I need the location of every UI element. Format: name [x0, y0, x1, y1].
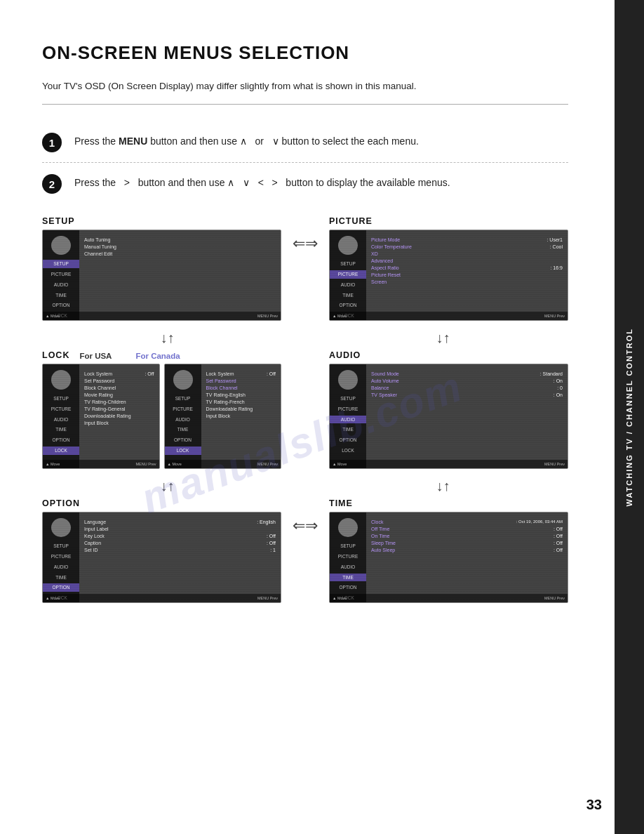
sidebar-picture-p: PICTURE: [330, 270, 366, 279]
sa-setup: SETUP: [330, 395, 366, 403]
menu-row: Channel Edit: [84, 250, 276, 257]
right-sidebar: WATCHING TV / CHANNEL CONTROL: [615, 0, 644, 834]
step-2-circle: 2: [42, 174, 62, 194]
s-lock: LOCK: [43, 446, 79, 455]
menu-row: Screen: [371, 278, 563, 285]
setup-label: SETUP: [42, 216, 281, 226]
st-setup: SETUP: [330, 542, 366, 550]
sidebar-time-p: TIME: [330, 291, 366, 300]
setup-menu-content: Auto Tuning Manual Tuning Channel Edit: [79, 230, 281, 320]
st-audio: AUDIO: [330, 563, 366, 571]
sidebar-setup-p: SETUP: [330, 260, 366, 268]
sa-audio: AUDIO: [330, 416, 366, 424]
screens-section: SETUP SETUP PICTURE AUDIO TIME OPTION LO…: [42, 216, 568, 603]
picture-label: PICTURE: [329, 216, 568, 226]
picture-menu-content: Picture Mode: User1 Color Temperature: C…: [366, 230, 568, 320]
sc-picture: PICTURE: [165, 405, 201, 413]
audio-menu-content: Sound Mode: Standard Auto Volume: On Bal…: [366, 364, 568, 468]
menu-row: Aspect Ratio: 16:9: [371, 264, 563, 271]
sidebar-label: WATCHING TV / CHANNEL CONTROL: [625, 328, 633, 506]
s-setup: SETUP: [43, 395, 79, 403]
lock-usa-screen: SETUP PICTURE AUDIO TIME OPTION LOCK Loc…: [42, 364, 160, 469]
section-divider: [42, 104, 568, 105]
st-option: OPTION: [330, 583, 366, 592]
menu-row: Picture Mode: User1: [371, 236, 563, 243]
time-menu-sidebar: SETUP PICTURE AUDIO TIME OPTION LOCK: [330, 512, 366, 602]
menu-row: XD: [371, 250, 563, 257]
setup-screen-block: SETUP SETUP PICTURE AUDIO TIME OPTION LO…: [42, 216, 281, 321]
time-label: TIME: [329, 498, 568, 508]
menu-key: MENU: [119, 135, 147, 147]
picture-menu-sidebar: SETUP PICTURE AUDIO TIME OPTION LOCK: [330, 230, 366, 320]
setup-menu-sidebar: SETUP PICTURE AUDIO TIME OPTION LOCK: [43, 230, 79, 320]
sa-picture: PICTURE: [330, 405, 366, 413]
row-lock-audio: LOCK For USA For Canada SETUP PICTURE: [42, 350, 568, 469]
audio-label: AUDIO: [329, 350, 568, 360]
vert-arrows-2: ↓↑ ↓↑: [42, 476, 568, 496]
horiz-arrow-2: [293, 350, 318, 381]
so-picture: PICTURE: [43, 552, 79, 561]
sc-time: TIME: [165, 425, 201, 434]
st-time: TIME: [330, 574, 366, 582]
time-screen-block: TIME SETUP PICTURE AUDIO TIME OPTION LOC…: [329, 498, 568, 603]
row-setup-picture: SETUP SETUP PICTURE AUDIO TIME OPTION LO…: [42, 216, 568, 321]
lock-canada-screen: SETUP PICTURE AUDIO TIME OPTION LOCK Loc…: [164, 364, 282, 469]
vert-arrows-1: ↓↑ ↓↑: [42, 328, 568, 348]
menu-row: Manual Tuning: [84, 243, 276, 250]
audio-screen: SETUP PICTURE AUDIO TIME OPTION LOCK Sou…: [329, 364, 568, 469]
sidebar-option: OPTION: [43, 301, 79, 310]
sidebar-audio-p: AUDIO: [330, 281, 366, 289]
lock-usa-sidebar: SETUP PICTURE AUDIO TIME OPTION LOCK: [43, 364, 79, 468]
option-menu-sidebar: SETUP PICTURE AUDIO TIME OPTION LOCK: [43, 512, 79, 602]
so-audio: AUDIO: [43, 563, 79, 571]
sidebar-time: TIME: [43, 291, 79, 300]
option-screen-block: OPTION SETUP PICTURE AUDIO TIME OPTION L…: [42, 498, 281, 603]
sa-lock: LOCK: [330, 446, 366, 455]
sidebar-option-p: OPTION: [330, 301, 366, 310]
so-time: TIME: [43, 574, 79, 582]
option-screen: SETUP PICTURE AUDIO TIME OPTION LOCK Lan…: [42, 512, 281, 603]
sidebar-audio: AUDIO: [43, 281, 79, 289]
menu-row: Picture Reset: [371, 271, 563, 278]
horiz-arrow-1: ⇐⇒: [293, 216, 318, 251]
s-option: OPTION: [43, 436, 79, 444]
s-time: TIME: [43, 425, 79, 434]
st-picture: PICTURE: [330, 552, 366, 561]
lock-canada-sidebar: SETUP PICTURE AUDIO TIME OPTION LOCK: [165, 364, 201, 468]
horiz-arrow-3: ⇐⇒: [293, 498, 318, 534]
main-content: ON-SCREEN MENUS SELECTION Your TV's OSD …: [0, 0, 610, 638]
page-number: 33: [586, 797, 602, 813]
sc-option: OPTION: [165, 436, 201, 444]
s-audio: AUDIO: [43, 416, 79, 424]
time-menu-content: Clock: Oct 19, 2006, 03:44 AM Off Time: …: [366, 512, 568, 602]
audio-menu-sidebar: SETUP PICTURE AUDIO TIME OPTION LOCK: [330, 364, 366, 468]
s-picture: PICTURE: [43, 405, 79, 413]
menu-row: Color Temperature: Cool: [371, 243, 563, 250]
so-setup: SETUP: [43, 542, 79, 550]
audio-screen-block: AUDIO SETUP PICTURE AUDIO TIME OPTION LO…: [329, 350, 568, 469]
row-option-time: OPTION SETUP PICTURE AUDIO TIME OPTION L…: [42, 498, 568, 603]
sa-time: TIME: [330, 425, 366, 434]
step-2-text: Press the > button and then use ∧ ∨ < > …: [74, 173, 450, 190]
sc-audio: AUDIO: [165, 416, 201, 424]
option-label: OPTION: [42, 498, 281, 508]
step-1-row: 1 Press the MENU button and then use ∧ o…: [42, 121, 568, 162]
lock-usa-content: Lock System: Off Set Password Block Chan…: [79, 364, 159, 468]
lock-screen-block: LOCK For USA For Canada SETUP PICTURE: [42, 350, 281, 469]
menu-row: Auto Tuning: [84, 236, 276, 243]
subtitle: Your TV's OSD (On Screen Display) may di…: [42, 81, 568, 91]
sc-setup: SETUP: [165, 395, 201, 403]
page-title: ON-SCREEN MENUS SELECTION: [42, 42, 568, 64]
sc-lock: LOCK: [165, 446, 201, 455]
setup-screen: SETUP PICTURE AUDIO TIME OPTION LOCK Aut…: [42, 230, 281, 321]
step-2-row: 2 Press the > button and then use ∧ ∨ < …: [42, 162, 568, 204]
sidebar-picture: PICTURE: [43, 270, 79, 279]
lock-label: LOCK: [42, 350, 69, 360]
lock-canada-content: Lock System: Off Set Password Block Chan…: [201, 364, 281, 468]
time-screen: SETUP PICTURE AUDIO TIME OPTION LOCK Clo…: [329, 512, 568, 603]
so-option: OPTION: [43, 583, 79, 592]
picture-screen-block: PICTURE SETUP PICTURE AUDIO TIME OPTION …: [329, 216, 568, 321]
menu-row: Advanced: [371, 257, 563, 264]
picture-screen: SETUP PICTURE AUDIO TIME OPTION LOCK Pic…: [329, 230, 568, 321]
sa-option: OPTION: [330, 436, 366, 444]
